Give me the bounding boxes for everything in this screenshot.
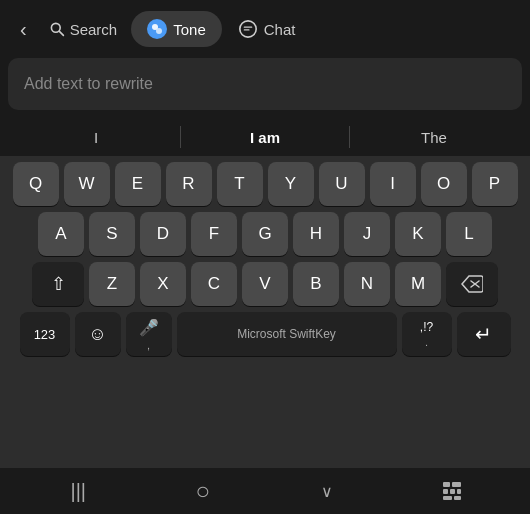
svg-rect-7 bbox=[443, 482, 450, 487]
key-q[interactable]: Q bbox=[13, 162, 59, 206]
search-button[interactable]: Search bbox=[43, 17, 124, 42]
key-t[interactable]: T bbox=[217, 162, 263, 206]
bottom-menu-icon[interactable]: ||| bbox=[53, 480, 103, 503]
svg-point-3 bbox=[156, 28, 162, 34]
key-x[interactable]: X bbox=[140, 262, 186, 306]
svg-point-4 bbox=[240, 21, 256, 37]
key-mic[interactable]: 🎤 , bbox=[126, 312, 172, 356]
key-backspace[interactable] bbox=[446, 262, 498, 306]
key-enter[interactable]: ↵ bbox=[457, 312, 511, 356]
key-f[interactable]: F bbox=[191, 212, 237, 256]
key-w[interactable]: W bbox=[64, 162, 110, 206]
key-g[interactable]: G bbox=[242, 212, 288, 256]
keyboard-row-2: A S D F G H J K L bbox=[4, 212, 526, 256]
back-button[interactable]: ‹ bbox=[12, 14, 35, 45]
key-o[interactable]: O bbox=[421, 162, 467, 206]
key-z[interactable]: Z bbox=[89, 262, 135, 306]
key-d[interactable]: D bbox=[140, 212, 186, 256]
key-emoji[interactable]: ☺ bbox=[75, 312, 121, 356]
bottom-home-icon[interactable]: ○ bbox=[178, 477, 228, 505]
key-n[interactable]: N bbox=[344, 262, 390, 306]
key-c[interactable]: C bbox=[191, 262, 237, 306]
svg-rect-10 bbox=[450, 489, 455, 494]
chat-label: Chat bbox=[264, 21, 296, 38]
svg-rect-9 bbox=[443, 489, 448, 494]
key-u[interactable]: U bbox=[319, 162, 365, 206]
key-y[interactable]: Y bbox=[268, 162, 314, 206]
autocomplete-left[interactable]: I bbox=[12, 125, 180, 150]
search-label: Search bbox=[70, 21, 118, 38]
chat-button[interactable]: Chat bbox=[230, 15, 304, 43]
svg-rect-11 bbox=[457, 489, 461, 494]
top-nav: ‹ Search Tone Chat bbox=[0, 0, 530, 58]
key-p[interactable]: P bbox=[472, 162, 518, 206]
key-v[interactable]: V bbox=[242, 262, 288, 306]
autocomplete-middle[interactable]: I am bbox=[181, 125, 349, 150]
key-a[interactable]: A bbox=[38, 212, 84, 256]
keyboard-row-1: Q W E R T Y U I O P bbox=[4, 162, 526, 206]
bottom-nav-bar: ||| ○ ∨ bbox=[0, 468, 530, 514]
key-s[interactable]: S bbox=[89, 212, 135, 256]
tone-label: Tone bbox=[173, 21, 206, 38]
chat-icon bbox=[238, 19, 258, 39]
svg-rect-13 bbox=[454, 496, 461, 500]
key-i[interactable]: I bbox=[370, 162, 416, 206]
svg-line-1 bbox=[59, 31, 63, 35]
key-k[interactable]: K bbox=[395, 212, 441, 256]
key-m[interactable]: M bbox=[395, 262, 441, 306]
key-r[interactable]: R bbox=[166, 162, 212, 206]
keyboard-row-3: ⇧ Z X C V B N M bbox=[4, 262, 526, 306]
svg-rect-12 bbox=[443, 496, 452, 500]
key-j[interactable]: J bbox=[344, 212, 390, 256]
key-e[interactable]: E bbox=[115, 162, 161, 206]
key-punctuation[interactable]: ,!? . bbox=[402, 312, 452, 356]
text-input[interactable]: Add text to rewrite bbox=[8, 58, 522, 110]
keyboard: Q W E R T Y U I O P A S D F G H J K L ⇧ … bbox=[0, 156, 530, 468]
autocomplete-bar: I I am The bbox=[0, 118, 530, 156]
bottom-back-icon[interactable]: ∨ bbox=[302, 482, 352, 501]
search-icon bbox=[49, 21, 65, 37]
bottom-apps-icon[interactable] bbox=[427, 481, 477, 501]
key-space[interactable]: Microsoft SwiftKey bbox=[177, 312, 397, 356]
key-l[interactable]: L bbox=[446, 212, 492, 256]
key-b[interactable]: B bbox=[293, 262, 339, 306]
tone-button[interactable]: Tone bbox=[131, 11, 222, 47]
key-h[interactable]: H bbox=[293, 212, 339, 256]
key-numbers[interactable]: 123 bbox=[20, 312, 70, 356]
keyboard-row-4: 123 ☺ 🎤 , Microsoft SwiftKey ,!? . ↵ bbox=[4, 312, 526, 356]
svg-rect-8 bbox=[452, 482, 461, 487]
tone-icon bbox=[147, 19, 167, 39]
autocomplete-right[interactable]: The bbox=[350, 125, 518, 150]
input-placeholder: Add text to rewrite bbox=[24, 75, 153, 93]
key-shift[interactable]: ⇧ bbox=[32, 262, 84, 306]
